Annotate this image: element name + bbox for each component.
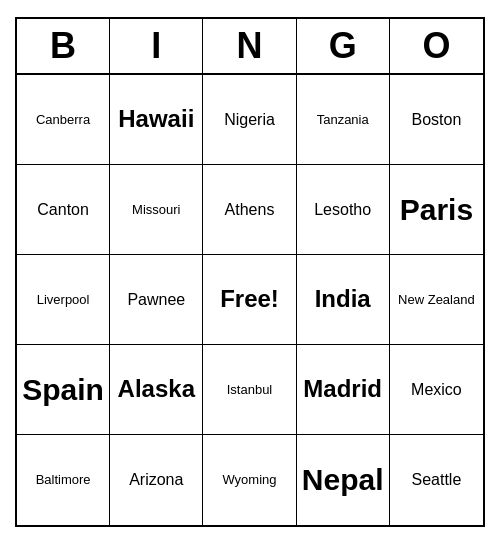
bingo-cell[interactable]: Lesotho: [297, 165, 390, 255]
cell-text: Lesotho: [314, 200, 371, 219]
cell-text: Spain: [22, 372, 104, 408]
cell-text: Madrid: [303, 375, 382, 404]
bingo-cell[interactable]: Baltimore: [17, 435, 110, 525]
header-letter: I: [110, 19, 203, 73]
bingo-cell[interactable]: Liverpool: [17, 255, 110, 345]
cell-text: Hawaii: [118, 105, 194, 134]
bingo-cell[interactable]: Free!: [203, 255, 296, 345]
bingo-cell[interactable]: Paris: [390, 165, 483, 255]
bingo-cell[interactable]: Hawaii: [110, 75, 203, 165]
cell-text: Mexico: [411, 380, 462, 399]
cell-text: Nepal: [302, 462, 384, 498]
bingo-cell[interactable]: Missouri: [110, 165, 203, 255]
bingo-cell[interactable]: Spain: [17, 345, 110, 435]
cell-text: Boston: [411, 110, 461, 129]
bingo-cell[interactable]: Madrid: [297, 345, 390, 435]
cell-text: Nigeria: [224, 110, 275, 129]
bingo-cell[interactable]: Nepal: [297, 435, 390, 525]
cell-text: Alaska: [118, 375, 195, 404]
cell-text: Canberra: [36, 112, 90, 128]
cell-text: Istanbul: [227, 382, 273, 398]
bingo-cell[interactable]: Wyoming: [203, 435, 296, 525]
header-letter: N: [203, 19, 296, 73]
bingo-cell[interactable]: Pawnee: [110, 255, 203, 345]
cell-text: Tanzania: [317, 112, 369, 128]
bingo-header: BINGO: [17, 19, 483, 75]
header-letter: B: [17, 19, 110, 73]
bingo-grid: CanberraHawaiiNigeriaTanzaniaBostonCanto…: [17, 75, 483, 525]
bingo-cell[interactable]: Athens: [203, 165, 296, 255]
cell-text: Paris: [400, 192, 473, 228]
cell-text: Wyoming: [222, 472, 276, 488]
header-letter: G: [297, 19, 390, 73]
bingo-cell[interactable]: Seattle: [390, 435, 483, 525]
cell-text: India: [315, 285, 371, 314]
cell-text: New Zealand: [398, 292, 475, 308]
bingo-cell[interactable]: India: [297, 255, 390, 345]
cell-text: Athens: [225, 200, 275, 219]
header-letter: O: [390, 19, 483, 73]
cell-text: Pawnee: [127, 290, 185, 309]
bingo-cell[interactable]: Boston: [390, 75, 483, 165]
bingo-cell[interactable]: Nigeria: [203, 75, 296, 165]
bingo-cell[interactable]: Canberra: [17, 75, 110, 165]
bingo-cell[interactable]: New Zealand: [390, 255, 483, 345]
cell-text: Baltimore: [36, 472, 91, 488]
bingo-card: BINGO CanberraHawaiiNigeriaTanzaniaBosto…: [15, 17, 485, 527]
cell-text: Free!: [220, 285, 279, 314]
bingo-cell[interactable]: Arizona: [110, 435, 203, 525]
cell-text: Liverpool: [37, 292, 90, 308]
cell-text: Canton: [37, 200, 89, 219]
cell-text: Missouri: [132, 202, 180, 218]
cell-text: Seattle: [411, 470, 461, 489]
bingo-cell[interactable]: Tanzania: [297, 75, 390, 165]
cell-text: Arizona: [129, 470, 183, 489]
bingo-cell[interactable]: Istanbul: [203, 345, 296, 435]
bingo-cell[interactable]: Alaska: [110, 345, 203, 435]
bingo-cell[interactable]: Mexico: [390, 345, 483, 435]
bingo-cell[interactable]: Canton: [17, 165, 110, 255]
